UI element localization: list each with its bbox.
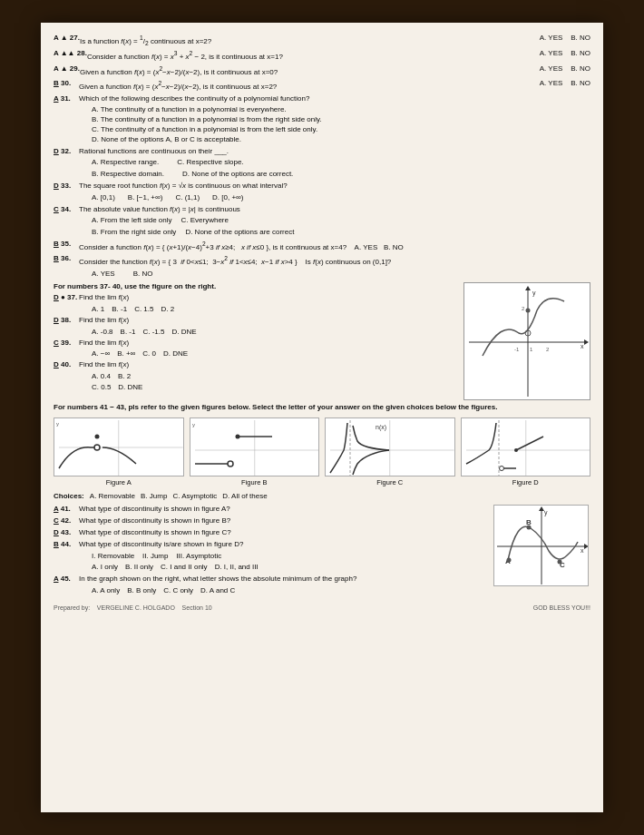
q29-text: Given a function f(x) = (x2−x−2)/(x−2), … [80,64,540,77]
q37-text: Find the lim f(x) [79,293,456,303]
q34-text: The absolute value function f(x) = |x| i… [79,205,590,215]
q28-text: Consider a function f(x) = x3 + x2 − 2, … [87,49,540,62]
question-37: D ● 37. Find the lim f(x) [54,293,456,303]
q35-num: B 35. [54,240,79,250]
q30-num: B 30. [54,79,79,89]
svg-text:x: x [581,343,584,349]
figure-c-container: n(x) Figure C [325,418,455,487]
svg-point-5 [526,308,531,312]
q36-num: B 36. [54,254,79,264]
q44-num: B 44. [54,540,79,550]
question-43: D 43. What type of discontinuity is show… [54,528,483,538]
question-34: C 34. The absolute value function f(x) =… [54,205,590,215]
q40-options2: C. 0.5D. DNE [92,383,456,393]
q30-text: Given a function f(x) = (x2−x−2)/(x−2), … [79,79,540,92]
figure-b-container: y Figure B [190,418,320,487]
figure-c-svg: n(x) [326,418,454,476]
svg-marker-3 [584,339,589,345]
q36-text: Consider the function f(x) = { 3 if 0<x≤… [79,254,590,267]
q44-opts: I. Removable II. Jump III. Asymptotic [92,552,483,562]
svg-marker-2 [525,286,531,290]
svg-point-28 [499,467,503,471]
q40-options: A. 0.4B. 2 [92,372,456,382]
question-35: B 35. Consider a function f(x) = { (x+1)… [54,240,590,252]
question-29: A ▲ 29. Given a function f(x) = (x2−x−2)… [54,64,590,77]
q44-ans-opts: A. I onlyB. II onlyC. I and II onlyD. I,… [92,563,483,573]
choices-label: Choices: [54,492,84,502]
q38-options: A. -0.8B. -1C. -1.5D. DNE [92,328,456,338]
q32-text: Rational functions are continuous on the… [79,147,590,157]
svg-text:y: y [532,290,536,297]
q38-num: D 38. [54,316,79,326]
q33-num: D 33. [54,182,79,192]
for-nums-37-40: For numbers 37- 40, use the figure on th… [54,282,456,292]
figures-row: y Figure A y [54,418,590,487]
figure-d-svg [462,418,590,476]
question-38: D 38. Find the lim f(x) [54,316,456,326]
q31-text: Which of the following describes the con… [79,94,590,104]
paper-sheet: A ▲ 27. Is a function f(x) = 1/2 continu… [41,23,603,812]
q31-options: A. The continuity of a function in a pol… [92,105,590,144]
q45-opts: A. A onlyB. B onlyC. C onlyD. A and C [92,586,483,596]
figure-a-container: y Figure A [54,418,184,487]
question-44: B 44. What type of discontinuity is/are … [54,540,483,550]
q34-num: C 34. [54,205,79,215]
q32-num: D 32. [54,147,79,157]
bottom-section: A 41. What type of discontinuity is show… [54,505,590,597]
question-42: C 42. What type of discontinuity is show… [54,516,483,526]
limit-questions: For numbers 37- 40, use the figure on th… [54,282,456,400]
graph-37-40: y x 1 2 -1 2 [463,282,590,400]
svg-text:2: 2 [522,306,525,311]
question-30: B 30. Given a function f(x) = (x2−x−2)/(… [54,79,590,92]
left-questions: A 41. What type of discontinuity is show… [54,505,483,597]
q28-ans: A. YES B. NO [540,49,590,59]
question-31: A 31. Which of the following describes t… [54,94,590,104]
figure-d-label: Figure D [512,478,539,487]
q34-options: A. From the left side only C. Everywhere [92,216,590,226]
q29-ans: A. YES B. NO [540,64,590,74]
q44-text: What type of discontinuity is/are shown … [79,540,483,550]
figure-d-container: Figure D [461,418,591,487]
footer-right: GOD BLESS YOU!!! [533,604,590,612]
question-28: A ▲▲ 28. Consider a function f(x) = x3 +… [54,49,590,62]
svg-text:-1: -1 [514,347,520,352]
q31-num: A 31. [54,94,79,104]
svg-point-15 [95,435,100,439]
svg-point-19 [228,461,233,467]
svg-marker-34 [584,544,589,549]
graph-37-40-svg: y x 1 2 -1 2 [464,283,591,401]
svg-point-14 [94,445,100,450]
q33-options: A. [0,1) B. [−1, +∞) C. (1,1) D. [0, +∞) [92,193,590,203]
q27-ans: A. YES B. NO [540,34,590,44]
footer: Prepared by: VERGELINE C. HOLGADO Sectio… [54,604,590,612]
q42-num: C 42. [54,516,79,526]
svg-text:1: 1 [530,347,533,352]
figure-d-box [461,418,591,476]
q27-num: A ▲ 27. [54,34,80,44]
svg-text:x: x [581,547,584,554]
figure-b-box: y [190,418,320,476]
figure-c-box: n(x) [325,418,455,476]
figure-c-label: Figure C [376,478,403,487]
q40-num: D 40. [54,360,79,370]
footer-left: Prepared by: VERGELINE C. HOLGADO Sectio… [54,604,212,612]
q30-ans: A. YES B. NO [540,79,590,89]
q42-text: What type of discontinuity is shown in f… [79,516,483,526]
q37-40-section: For numbers 37- 40, use the figure on th… [54,282,590,400]
right-figure-section: B C A y x [491,505,590,597]
figure-a-box: y [54,418,184,476]
q39-num: C 39. [54,339,79,349]
right-figure-box: B C A y x [493,505,589,586]
q43-text: What type of discontinuity is shown in f… [79,528,483,538]
svg-point-38 [526,526,531,530]
q38-text: Find the lim f(x) [79,316,456,326]
figure-b-label: Figure B [241,478,267,487]
q45-num: A 45. [54,575,79,584]
q27-text: Is a function f(x) = 1/2 continuous at x… [80,34,540,47]
respective-slope: C. Respective slope. [177,158,243,168]
figure-a-label: Figure A [106,478,132,487]
figure-b-svg: y [190,418,319,476]
q32-options2: B. Respective domain. D. None of the opt… [92,170,590,180]
right-figure-svg: B C A y x [494,506,589,586]
q29-num: A ▲ 29. [54,64,80,74]
